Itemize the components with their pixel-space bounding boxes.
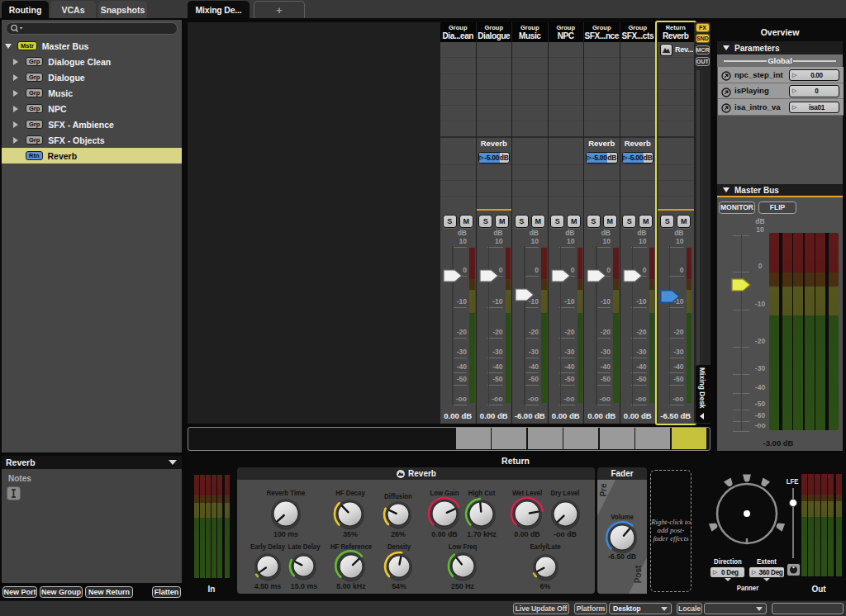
detail-header[interactable]: Reverb <box>2 456 182 469</box>
extent-field[interactable]: ▷360 Deg <box>749 566 785 578</box>
parameter-row-isplaying[interactable]: isPlaying▷0 <box>718 83 844 100</box>
mute-button[interactable]: M <box>603 215 617 228</box>
send-level-field[interactable]: ▷-5.00dB <box>586 152 618 163</box>
scrollbar-strip-block[interactable] <box>528 428 563 449</box>
mute-button[interactable]: M <box>567 215 581 228</box>
channel-strip-npc[interactable]: GroupNPCSMdB100-10-20-30-40-50-oo0.00 dB <box>549 22 584 424</box>
section-button-fx[interactable]: FX <box>696 23 710 32</box>
master-bus-section-header[interactable]: Master Bus <box>717 184 843 197</box>
parameter-value-field[interactable]: ▷0.00 <box>789 69 839 82</box>
status-extra-field[interactable] <box>772 603 844 614</box>
tree-expanded-icon[interactable] <box>5 44 12 49</box>
parameter-row-isa_intro_va[interactable]: isa_intro_va▷isa01 <box>718 99 844 116</box>
scrollbar-strip-block[interactable] <box>456 428 491 449</box>
tab-vcas[interactable]: VCAs <box>50 1 96 18</box>
solo-button[interactable]: S <box>587 215 601 228</box>
lfe-button[interactable] <box>787 563 801 576</box>
strip-scrollbar-track[interactable] <box>696 70 700 384</box>
knob-low-freq[interactable] <box>446 549 480 583</box>
new-port-button[interactable]: New Port <box>2 586 37 598</box>
send-level-field[interactable]: ▷-5.00dB <box>478 152 511 163</box>
tab-mixing-desk[interactable]: Mixing De... <box>188 1 250 18</box>
fader-handle[interactable] <box>551 269 571 282</box>
knob-hf-decay[interactable] <box>332 496 368 532</box>
scrollbar-strip-block[interactable] <box>563 428 598 449</box>
effect-header[interactable]: Reverb <box>237 467 595 480</box>
knob-reverb-time[interactable] <box>268 495 304 532</box>
parameter-value-field[interactable]: ▷isa01 <box>789 102 839 114</box>
flatten-button[interactable]: Flatten <box>152 586 181 598</box>
tree-collapsed-icon[interactable] <box>13 137 18 144</box>
locale-dropdown[interactable] <box>704 603 767 614</box>
tree-item-music[interactable]: GrpMusic <box>2 85 182 101</box>
tab-snapshots[interactable]: Snapshots <box>98 1 147 18</box>
section-button-snd[interactable]: SND <box>696 34 710 43</box>
mute-button[interactable]: M <box>495 215 509 228</box>
tree-collapsed-icon[interactable] <box>13 106 18 112</box>
tree-item-sfx-objects[interactable]: GrpSFX - Objects <box>2 132 182 148</box>
tree-item-sfx-ambience[interactable]: GrpSFX - Ambience <box>2 116 182 132</box>
parameters-section-header[interactable]: Parameters <box>717 41 843 54</box>
tree-item-dialogue[interactable]: GrpDialogue <box>2 69 182 85</box>
mixer-overview-scrollbar[interactable] <box>188 427 711 451</box>
tree-collapsed-icon[interactable] <box>13 59 18 65</box>
panner-dial[interactable] <box>697 459 805 558</box>
knob-wet-level[interactable] <box>509 495 545 532</box>
fx-slot-reverb[interactable]: Rev... <box>660 44 693 56</box>
section-button-out[interactable]: OUT <box>696 57 710 66</box>
platform-dropdown[interactable]: Desktop <box>609 603 672 614</box>
tree-collapsed-icon[interactable] <box>13 74 18 81</box>
fader-handle[interactable] <box>623 269 643 282</box>
tree-item-npc[interactable]: GrpNPC <box>2 101 182 116</box>
search-input[interactable] <box>6 22 178 35</box>
mute-button[interactable]: M <box>639 215 653 228</box>
fader-handle[interactable] <box>660 290 680 303</box>
knob-diffusion[interactable] <box>382 498 415 531</box>
send-level-field[interactable]: ▷-5.00dB <box>622 152 654 163</box>
channel-strip-reverb[interactable]: ReturnReverbRev...SMdB100-10-20-30-40-50… <box>658 22 695 424</box>
solo-button[interactable]: S <box>622 215 636 228</box>
volume-knob[interactable] <box>604 519 640 556</box>
knob-early-delay[interactable] <box>251 550 284 583</box>
flip-button[interactable]: FLIP <box>758 201 796 214</box>
knob-density[interactable] <box>383 550 416 583</box>
tree-item-reverb[interactable]: RtnReverb <box>2 148 182 163</box>
knob-high-cut[interactable] <box>463 496 499 532</box>
solo-button[interactable]: S <box>550 215 564 228</box>
tree-collapsed-icon[interactable] <box>13 90 18 97</box>
detail-collapse-icon[interactable] <box>169 460 177 465</box>
notes-edit-button[interactable] <box>7 486 21 500</box>
scrollbar-strip-block[interactable] <box>600 428 634 449</box>
scrollbar-strip-block[interactable] <box>635 428 670 449</box>
master-fader-handle[interactable] <box>731 278 751 291</box>
knob-early-late[interactable] <box>530 551 562 583</box>
mute-button[interactable]: M <box>531 215 545 228</box>
tab-routing[interactable]: Routing <box>2 1 49 18</box>
channel-strip-dialogue[interactable]: GroupDialogueReverb▷-5.00dBSMdB100-10-20… <box>477 22 512 424</box>
knob-hf-reference[interactable] <box>334 549 368 584</box>
monitor-button[interactable]: MONITOR <box>719 201 755 214</box>
parameter-row-npc_step_int[interactable]: npc_step_int▷0.00 <box>718 67 844 83</box>
scrollbar-strip-block[interactable] <box>492 428 526 449</box>
fader-handle[interactable] <box>443 269 463 282</box>
tree-collapsed-icon[interactable] <box>13 121 18 128</box>
solo-button[interactable]: S <box>478 215 492 228</box>
section-button-mcr[interactable]: MCR <box>696 45 710 54</box>
solo-button[interactable]: S <box>515 215 529 228</box>
channel-strip-dia-ean[interactable]: GroupDia...eanSMdB100-10-20-30-40-50-oo0… <box>440 22 476 424</box>
parameter-value-field[interactable]: ▷0 <box>789 85 839 97</box>
live-update-button[interactable]: Live Update Off <box>513 603 569 614</box>
solo-button[interactable]: S <box>660 215 674 228</box>
fader-handle[interactable] <box>515 288 535 301</box>
mute-button[interactable]: M <box>459 215 473 228</box>
lfe-slider-thumb[interactable] <box>789 499 797 507</box>
direction-field[interactable]: ▷0 Deg <box>710 566 745 578</box>
channel-strip-music[interactable]: GroupMusicSMdB100-10-20-30-40-50-oo-6.00… <box>512 22 548 424</box>
new-tab-button[interactable]: + <box>254 1 305 18</box>
tree-item-dialogue-clean[interactable]: GrpDialogue Clean <box>2 54 182 69</box>
knob-low-gain[interactable] <box>426 495 463 532</box>
postfx-dropzone[interactable]: Right-click toadd post-fader effects <box>650 470 692 592</box>
fader-handle[interactable] <box>587 269 606 282</box>
new-group-button[interactable]: New Group <box>40 586 83 598</box>
mute-button[interactable]: M <box>677 215 691 228</box>
